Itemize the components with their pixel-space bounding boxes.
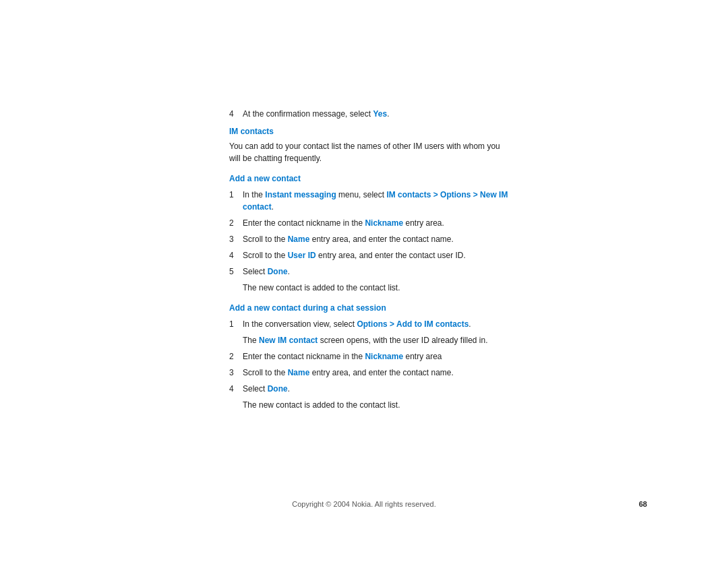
s2-text-b: entry area. <box>403 218 444 228</box>
c3-text-a: Scroll to the <box>243 368 288 377</box>
chat-step-number-3: 3 <box>229 367 243 379</box>
c3-text-b: entry area, and enter the contact name. <box>309 368 453 377</box>
im-contacts-body: You can add to your contact list the nam… <box>229 140 512 164</box>
chat-step-1-note: The New IM contact screen opens, with th… <box>243 334 512 346</box>
c1-text-a: In the conversation view, select <box>243 319 357 329</box>
add-step-4-text: Scroll to the User ID entry area, and en… <box>243 249 512 261</box>
step-4-text: At the confirmation message, select Yes. <box>243 108 512 120</box>
add-step-number-4: 4 <box>229 249 243 261</box>
chat-step-3: 3 Scroll to the Name entry area, and ent… <box>229 367 512 379</box>
add-step-5-text: Select Done. <box>243 266 512 278</box>
chat-step-2: 2 Enter the contact nickname in the Nick… <box>229 350 512 363</box>
chat-step-4: 4 Select Done. <box>229 383 512 395</box>
add-step-3: 3 Scroll to the Name entry area, and ent… <box>229 233 512 245</box>
add-step-5: 5 Select Done. <box>229 266 512 278</box>
step-4-confirmation: 4 At the confirmation message, select Ye… <box>229 108 512 120</box>
c4-period: . <box>288 384 290 394</box>
chat-step-1-text: In the conversation view, select Options… <box>243 318 512 330</box>
footer-copyright: Copyright © 2004 Nokia. All rights reser… <box>0 500 728 508</box>
c2-text-b: entry area <box>403 352 442 361</box>
step4-yes-link: Yes <box>373 109 387 119</box>
chat-step-number-2: 2 <box>229 350 243 363</box>
s4-text-a: Scroll to the <box>243 251 288 260</box>
chat-step-1: 1 In the conversation view, select Optio… <box>229 318 512 330</box>
add-step-4: 4 Scroll to the User ID entry area, and … <box>229 249 512 261</box>
page-content: 4 At the confirmation message, select Ye… <box>229 108 512 415</box>
add-new-contact-chat-heading: Add a new contact during a chat session <box>229 303 512 313</box>
chat-step-3-text: Scroll to the Name entry area, and enter… <box>243 367 512 379</box>
s5-done-link: Done <box>268 267 288 276</box>
s3-text-a: Scroll to the <box>243 235 288 244</box>
note-new-contact-2: The new contact is added to the contact … <box>243 399 512 411</box>
s1-instant-messaging-link: Instant messaging <box>265 190 336 199</box>
s3-text-b: entry area, and enter the contact name. <box>309 235 453 244</box>
add-step-2-text: Enter the contact nickname in the Nickna… <box>243 217 512 229</box>
add-step-number-3: 3 <box>229 233 243 245</box>
s2-nickname-link: Nickname <box>365 218 403 228</box>
add-step-2: 2 Enter the contact nickname in the Nick… <box>229 217 512 229</box>
s1-text-b: menu, select <box>336 190 387 199</box>
c1-note-a: The <box>243 336 259 345</box>
s4-text-b: entry area, and enter the contact user I… <box>316 251 466 260</box>
c2-nickname-link: Nickname <box>365 352 403 361</box>
s5-text-a: Select <box>243 267 268 276</box>
c4-text-a: Select <box>243 384 268 394</box>
c3-name-link: Name <box>288 368 310 377</box>
s4-userid-link: User ID <box>288 251 316 260</box>
s3-name-link: Name <box>288 235 310 244</box>
im-contacts-heading: IM contacts <box>229 127 512 136</box>
add-step-1-text: In the Instant messaging menu, select IM… <box>243 189 512 213</box>
add-step-number-5: 5 <box>229 266 243 278</box>
c1-period: . <box>468 319 471 329</box>
chat-step-number-4: 4 <box>229 383 243 395</box>
s2-text-a: Enter the contact nickname in the <box>243 218 365 228</box>
step-number-4: 4 <box>229 108 243 120</box>
chat-step-number-1: 1 <box>229 318 243 330</box>
add-new-contact-heading: Add a new contact <box>229 174 512 183</box>
add-step-3-text: Scroll to the Name entry area, and enter… <box>243 233 512 245</box>
chat-step-2-text: Enter the contact nickname in the Nickna… <box>243 350 512 363</box>
c4-done-link: Done <box>268 384 288 394</box>
page-number: 68 <box>639 500 647 508</box>
step4-text-a: At the confirmation message, select <box>243 109 373 119</box>
step4-period: . <box>387 109 389 119</box>
chat-step-4-text: Select Done. <box>243 383 512 395</box>
add-step-1: 1 In the Instant messaging menu, select … <box>229 189 512 213</box>
add-step-number-1: 1 <box>229 189 243 213</box>
c1-note-b: screen opens, with the user ID already f… <box>317 336 487 345</box>
s1-period: . <box>272 202 274 212</box>
add-step-number-2: 2 <box>229 217 243 229</box>
c1-new-im-contact-link: New IM contact <box>259 336 317 345</box>
note-new-contact: The new contact is added to the contact … <box>243 282 512 294</box>
c2-text-a: Enter the contact nickname in the <box>243 352 365 361</box>
s1-text-a: In the <box>243 190 265 199</box>
c1-options-link: Options > Add to IM contacts <box>357 319 468 329</box>
s5-period: . <box>288 267 290 276</box>
